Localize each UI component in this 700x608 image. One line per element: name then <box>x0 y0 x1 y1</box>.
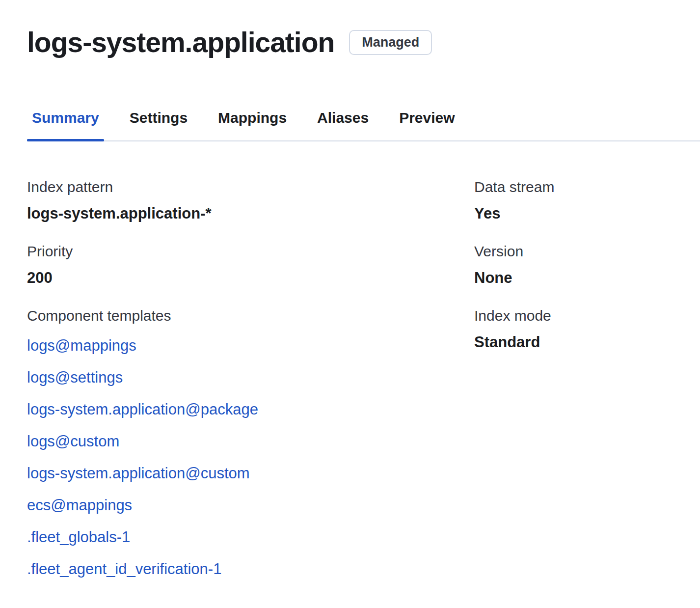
version-field: Version None <box>474 241 700 289</box>
component-template-item: logs-system.application@package <box>27 395 474 427</box>
component-template-link[interactable]: logs-system.application@custom <box>27 465 250 482</box>
component-template-item: logs@mappings <box>27 331 474 363</box>
component-template-item: ecs@mappings <box>27 491 474 523</box>
page-header: logs-system.application Managed <box>27 25 700 60</box>
component-template-link[interactable]: logs@mappings <box>27 337 136 354</box>
tab-mappings[interactable]: Mappings <box>213 109 292 140</box>
managed-badge: Managed <box>349 30 432 55</box>
component-templates-label: Component templates <box>27 305 474 326</box>
component-templates-field: Component templates logs@mappings logs@s… <box>27 305 474 586</box>
tab-summary[interactable]: Summary <box>27 109 104 140</box>
index-mode-value: Standard <box>474 332 700 353</box>
component-template-link[interactable]: .fleet_agent_id_verification-1 <box>27 560 221 578</box>
priority-value: 200 <box>27 267 474 289</box>
index-template-details: logs-system.application Managed Summary … <box>0 0 700 608</box>
index-mode-field: Index mode Standard <box>474 305 700 353</box>
version-label: Version <box>474 241 700 262</box>
component-template-item: .fleet_agent_id_verification-1 <box>27 554 474 586</box>
component-template-link[interactable]: logs@custom <box>27 433 119 450</box>
component-template-link[interactable]: logs@settings <box>27 369 123 386</box>
summary-content: Index pattern logs-system.application-* … <box>27 177 700 603</box>
component-template-link[interactable]: logs-system.application@package <box>27 401 258 418</box>
component-template-link[interactable]: .fleet_globals-1 <box>27 528 130 546</box>
tab-settings[interactable]: Settings <box>125 109 192 140</box>
component-template-link[interactable]: ecs@mappings <box>27 497 132 514</box>
tab-aliases[interactable]: Aliases <box>312 109 374 140</box>
data-stream-field: Data stream Yes <box>474 177 700 224</box>
priority-field: Priority 200 <box>27 241 474 289</box>
tab-preview[interactable]: Preview <box>394 109 459 140</box>
index-pattern-label: Index pattern <box>27 177 474 197</box>
index-pattern-value: logs-system.application-* <box>27 203 474 224</box>
priority-label: Priority <box>27 241 474 262</box>
index-pattern-field: Index pattern logs-system.application-* <box>27 177 474 224</box>
component-templates-list: logs@mappings logs@settings logs-system.… <box>27 331 474 586</box>
data-stream-value: Yes <box>474 203 700 224</box>
version-value: None <box>474 267 700 289</box>
component-template-item: logs-system.application@custom <box>27 459 474 491</box>
summary-left-column: Index pattern logs-system.application-* … <box>27 177 474 603</box>
index-mode-label: Index mode <box>474 305 700 326</box>
component-template-item: logs@custom <box>27 427 474 459</box>
page-title: logs-system.application <box>27 25 334 60</box>
tab-bar: Summary Settings Mappings Aliases Previe… <box>27 109 700 141</box>
summary-right-column: Data stream Yes Version None Index mode … <box>474 177 700 603</box>
data-stream-label: Data stream <box>474 177 700 197</box>
component-template-item: logs@settings <box>27 363 474 395</box>
component-template-item: .fleet_globals-1 <box>27 523 474 554</box>
